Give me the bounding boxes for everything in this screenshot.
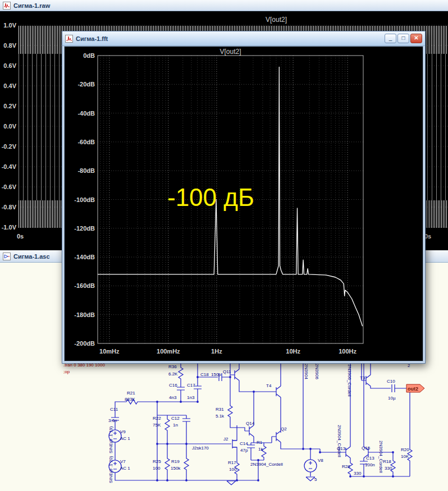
schematic-label[interactable]: 4n3 [169,395,177,400]
schematic-label[interactable]: J2sk170 [192,446,209,451]
schematic-label[interactable]: V9 [120,429,126,434]
net-flag-out2-label[interactable]: out2 [408,386,418,392]
maximize-button[interactable]: □ [397,34,409,43]
window-raw-title: Сигма-1.raw [13,2,50,9]
schematic-label[interactable]: 883K [125,397,135,402]
schematic-label[interactable]: SINE(0 .1 19) [108,426,113,453]
schematic-label[interactable]: Q13 [337,446,346,451]
fft-x-tick-label: 10mHz [90,348,129,355]
schematic-label[interactable]: T3 [360,375,365,380]
schematic-label[interactable]: 100 [153,466,161,471]
fft-y-tick-label: -60dB [77,139,95,145]
raw-y-tick-label: 0.2V [3,103,16,109]
schematic-label[interactable]: AC 1 [120,466,130,471]
schematic-label[interactable]: 10K [401,454,409,459]
net-flag-out2[interactable]: out2 [406,384,424,392]
close-button[interactable]: ✕ [410,34,422,43]
schematic-label[interactable]: Q15 [362,446,371,451]
schematic-label[interactable]: R21 [127,391,135,396]
schematic-label[interactable]: 1n [173,423,178,428]
schematic-label[interactable]: 2N3904 [304,364,309,380]
schematic-label[interactable]: 6.2K [168,371,178,377]
schematic-label[interactable]: 150k [171,466,181,471]
schematic-label[interactable]: R18 [383,459,391,464]
fft-x-tick-label: 1Hz [197,348,236,355]
schematic-label[interactable]: Q14 [246,421,255,426]
schematic-label[interactable]: R31 [216,407,224,412]
schematic-label[interactable]: R25 [153,459,161,464]
schematic-label[interactable]: T4 [266,383,272,388]
fft-x-tick-label: 100Hz [328,348,367,355]
schematic-label[interactable]: Q2 [281,426,287,432]
schematic-labels: .tran 0 380 190 1000;opR366.2KC164n3C171… [63,362,410,483]
raw-y-tick-label: -0.8V [2,204,16,210]
schematic-label[interactable]: 10µ [388,396,396,401]
schematic-label[interactable]: C17 [187,383,195,388]
schematic-label[interactable]: 1k [258,447,263,452]
schematic-label[interactable]: Q11 [223,369,231,374]
raw-y-tick-label: 0.8V [3,42,16,49]
schematic-label[interactable]: C16 [169,383,177,388]
fft-y-tick-label: -200dB [74,340,95,347]
schematic-label[interactable]: J2 [223,437,228,442]
schematic-label[interactable]: C18 [200,372,209,377]
schematic-label[interactable]: ;op [63,369,70,374]
schematic-label[interactable]: 330 [385,466,392,471]
schematic-label[interactable]: 2N3906 [314,364,319,380]
spectrum-icon[interactable] [65,35,73,43]
raw-y-tick-label: -0.6V [2,183,16,190]
raw-y-tick-label: -0.4V [2,163,16,170]
fft-y-tick-label: -40dB [77,110,95,117]
schematic-label[interactable]: R36 [168,364,177,369]
window-raw-titlebar[interactable]: Сигма-1.raw [0,0,448,11]
schematic-label[interactable]: SINE(0 .1 20) [108,456,113,483]
schematic-label[interactable]: 2 [408,363,410,368]
schematic-label[interactable]: 150p [211,372,221,377]
fft-annotation-text[interactable]: -100 дБ [167,183,254,212]
schematic-label[interactable]: 1n3 [187,395,195,400]
schematic-label[interactable]: C10 [387,379,395,384]
fft-y-tick-label: -120dB [74,225,95,232]
fft-y-tick-label: -180dB [74,311,95,318]
schematic-label[interactable]: C14 [240,441,248,446]
schematic-label[interactable]: C13 [366,456,374,461]
schematic-label[interactable]: R1 [257,440,263,445]
schematic-label[interactable]: C11 [110,407,118,412]
schematic-label[interactable]: 2N3904_Cordell [378,440,383,473]
schematic-label[interactable]: 5 [314,477,317,482]
window-fft-titlebar[interactable]: Сигма-1.fft _ □ ✕ [62,31,425,46]
minimize-button[interactable]: _ [385,34,396,43]
schematic-label[interactable]: 75K [153,423,161,428]
schematic-label[interactable]: 100n [365,462,375,467]
fft-y-tick-label: -20dB [77,81,95,88]
fft-x-tick-label: 10Hz [273,348,313,355]
fft-y-tick-label: -100dB [74,196,95,203]
schematic-label[interactable]: 2N3904_Cordell [337,425,342,457]
schematic-label[interactable]: V8 [318,458,323,463]
window-fft-title: Сигма-1.fft [76,35,108,42]
schematic-label[interactable]: 100 [229,467,237,472]
schematic-label[interactable]: R17 [228,460,236,465]
schematic-label[interactable]: 2N3906_Cordell [347,364,352,397]
schematic-label[interactable]: R19 [171,459,180,464]
schematic-label[interactable]: 2N3904_Cordell [250,462,283,467]
window-fft[interactable]: Сигма-1.fft _ □ ✕ V[out2] 0dB-20dB-40dB-… [62,31,426,364]
schematic-label[interactable]: AC 1 [120,436,130,441]
raw-pane-title[interactable]: V[out2] [258,16,295,24]
schematic-label[interactable]: R22 [153,416,161,421]
schematic-label[interactable]: C12 [171,416,180,421]
schematic-label[interactable]: 330 [354,471,362,476]
schematic-label[interactable]: R28 [342,464,350,469]
schematic-label[interactable]: V7 [120,459,126,464]
fft-pane-title[interactable]: V[out2] [98,48,363,56]
schematic-label[interactable]: 3.6n [108,418,117,423]
schematic-icon[interactable] [3,253,11,260]
fft-x-tick-label: 100mHz [149,348,188,355]
waveform-icon[interactable] [3,2,11,10]
schematic-label[interactable]: 5.1k [216,414,225,419]
schematic-label[interactable]: 47p [240,448,248,453]
raw-y-axis: 1.0V0.8V0.6V0.4V0.2V0.0V-0.2V-0.4V-0.6V-… [0,11,17,250]
fft-plot-area[interactable]: V[out2] 0dB-20dB-40dB-60dB-80dB-100dB-12… [64,46,423,361]
raw-y-tick-label: 0.6V [3,62,16,69]
schematic-label[interactable]: R20 [401,447,409,452]
